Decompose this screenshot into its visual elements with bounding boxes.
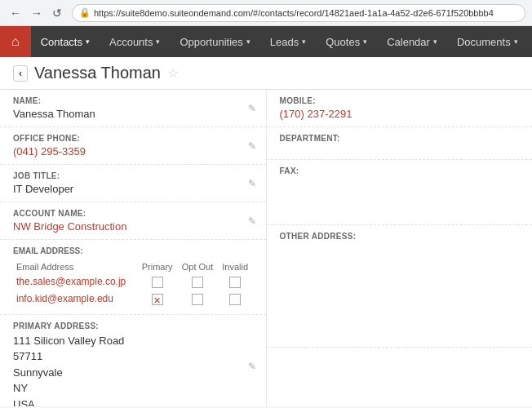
account-name-field: ACCOUNT NAME: NW Bridge Construction ✎ xyxy=(0,202,266,240)
right-column: MOBILE: (170) 237-2291 DEPARTMENT: FAX: … xyxy=(267,90,533,406)
department-field: DEPARTMENT: xyxy=(267,127,533,160)
reload-button[interactable]: ↺ xyxy=(49,5,65,21)
nav-documents[interactable]: Documents ▾ xyxy=(447,26,528,57)
url-text: https://suite8demo.suiteondemand.com/#/c… xyxy=(94,8,494,18)
fax-label: FAX: xyxy=(280,166,520,175)
primary-checkbox-1[interactable] xyxy=(152,277,163,288)
name-label: NAME: xyxy=(13,96,253,105)
address-edit-icon[interactable]: ✎ xyxy=(248,361,256,372)
forward-button[interactable]: → xyxy=(28,5,46,21)
job-title-label: JOB TITLE: xyxy=(13,171,253,180)
office-phone-label: OFFICE PHONE: xyxy=(13,134,253,143)
browser-bar: ← → ↺ 🔒 https://suite8demo.suiteondemand… xyxy=(0,0,532,26)
nav-contacts-caret: ▾ xyxy=(86,38,90,46)
job-title-field: JOB TITLE: IT Developer ✎ xyxy=(0,165,266,202)
primary-address-field: PRIMARY ADDRESS: 111 Silicon Valley Road… xyxy=(0,315,266,406)
email-optout-1[interactable] xyxy=(177,273,218,290)
nav-quotes-caret: ▾ xyxy=(363,38,367,46)
lock-icon: 🔒 xyxy=(79,7,91,18)
fax-field: FAX: xyxy=(267,160,533,225)
invalid-checkbox-1[interactable] xyxy=(229,277,241,288)
back-button[interactable]: ‹ xyxy=(13,65,28,82)
nav-leads[interactable]: Leads ▾ xyxy=(260,26,316,57)
home-button[interactable]: ⌂ xyxy=(0,26,31,57)
content-area: NAME: Vanessa Thoman ✎ OFFICE PHONE: (04… xyxy=(0,90,532,406)
primary-checkbox-2[interactable]: ✕ xyxy=(152,294,163,305)
email-row-1: the.sales@example.co.jp xyxy=(13,273,253,290)
address-line5: USA xyxy=(13,397,253,406)
email-col-optout: Opt Out xyxy=(177,260,218,273)
nav-accounts[interactable]: Accounts ▾ xyxy=(100,26,170,57)
other-address-field: OTHER ADDRESS: xyxy=(267,225,533,348)
nav-contacts-label: Contacts xyxy=(41,36,82,48)
optout-checkbox-1[interactable] xyxy=(192,277,203,288)
address-line4: NY xyxy=(13,380,253,397)
nav-accounts-caret: ▾ xyxy=(156,38,160,46)
favorite-star-icon[interactable]: ☆ xyxy=(167,65,179,81)
nav-leads-label: Leads xyxy=(270,36,299,48)
office-phone-value[interactable]: (041) 295-3359 xyxy=(13,145,253,157)
name-field: NAME: Vanessa Thoman ✎ xyxy=(0,90,266,127)
top-navigation: ⌂ Contacts ▾ Accounts ▾ Opportunities ▾ … xyxy=(0,26,532,57)
nav-quotes[interactable]: Quotes ▾ xyxy=(316,26,377,57)
mobile-field: MOBILE: (170) 237-2291 xyxy=(267,90,533,127)
nav-calendar-caret: ▾ xyxy=(433,38,437,46)
nav-leads-caret: ▾ xyxy=(302,38,306,46)
optout-checkbox-2[interactable] xyxy=(192,294,203,305)
nav-calendar-label: Calendar xyxy=(387,36,430,48)
mobile-value[interactable]: (170) 237-2291 xyxy=(280,108,520,120)
email-col-invalid: Invalid xyxy=(218,260,253,273)
browser-nav: ← → ↺ xyxy=(7,5,65,21)
department-label: DEPARTMENT: xyxy=(280,134,520,143)
email-col-address: Email Address xyxy=(13,260,137,273)
address-line3: Sunnyvale xyxy=(13,365,253,381)
nav-documents-caret: ▾ xyxy=(514,38,518,46)
invalid-checkbox-2[interactable] xyxy=(229,294,241,305)
email-table: Email Address Primary Opt Out Invalid th… xyxy=(13,260,253,308)
email-optout-2[interactable] xyxy=(177,290,218,308)
nav-quotes-label: Quotes xyxy=(326,36,360,48)
name-value: Vanessa Thoman xyxy=(13,108,253,120)
other-address-label: OTHER ADDRESS: xyxy=(280,232,520,241)
office-phone-field: OFFICE PHONE: (041) 295-3359 ✎ xyxy=(0,127,266,165)
nav-contacts[interactable]: Contacts ▾ xyxy=(31,26,100,57)
primary-address-value: 111 Silicon Valley Road 57711 Sunnyvale … xyxy=(13,333,253,406)
email-address-section: EMAIL ADDRESS: Email Address Primary Opt… xyxy=(0,240,266,315)
mobile-label: MOBILE: xyxy=(280,96,520,105)
account-name-label: ACCOUNT NAME: xyxy=(13,209,253,218)
nav-opportunities[interactable]: Opportunities ▾ xyxy=(170,26,259,57)
page-title: Vanessa Thoman xyxy=(34,64,161,82)
page-header: ‹ Vanessa Thoman ☆ xyxy=(0,57,532,90)
nav-more[interactable]: More ▾ xyxy=(528,26,532,57)
office-phone-edit-icon[interactable]: ✎ xyxy=(248,140,256,152)
account-name-edit-icon[interactable]: ✎ xyxy=(248,215,256,227)
job-title-edit-icon[interactable]: ✎ xyxy=(248,178,256,189)
back-button[interactable]: ← xyxy=(7,5,24,21)
nav-opportunities-caret: ▾ xyxy=(246,38,250,46)
address-bar[interactable]: 🔒 https://suite8demo.suiteondemand.com/#… xyxy=(72,4,525,22)
email-invalid-1[interactable] xyxy=(218,273,253,290)
account-name-value[interactable]: NW Bridge Construction xyxy=(13,220,253,233)
email-address-2[interactable]: info.kid@example.edu xyxy=(13,290,137,308)
email-col-primary: Primary xyxy=(137,260,177,273)
name-edit-icon[interactable]: ✎ xyxy=(248,103,256,114)
nav-opportunities-label: Opportunities xyxy=(180,36,242,48)
nav-accounts-label: Accounts xyxy=(109,36,153,48)
email-row-2: info.kid@example.edu ✕ xyxy=(13,290,253,308)
email-invalid-2[interactable] xyxy=(218,290,253,308)
primary-address-label: PRIMARY ADDRESS: xyxy=(13,322,253,330)
email-address-label: EMAIL ADDRESS: xyxy=(13,246,253,255)
job-title-value: IT Developer xyxy=(13,183,253,195)
left-column: NAME: Vanessa Thoman ✎ OFFICE PHONE: (04… xyxy=(0,90,267,406)
email-primary-1[interactable] xyxy=(137,273,177,290)
address-line1: 111 Silicon Valley Road xyxy=(13,333,253,349)
email-primary-2[interactable]: ✕ xyxy=(137,290,177,308)
fields-container: NAME: Vanessa Thoman ✎ OFFICE PHONE: (04… xyxy=(0,90,532,406)
nav-documents-label: Documents xyxy=(457,36,511,48)
nav-calendar[interactable]: Calendar ▾ xyxy=(377,26,447,57)
address-line2: 57711 xyxy=(13,348,253,365)
email-address-1[interactable]: the.sales@example.co.jp xyxy=(13,273,137,290)
